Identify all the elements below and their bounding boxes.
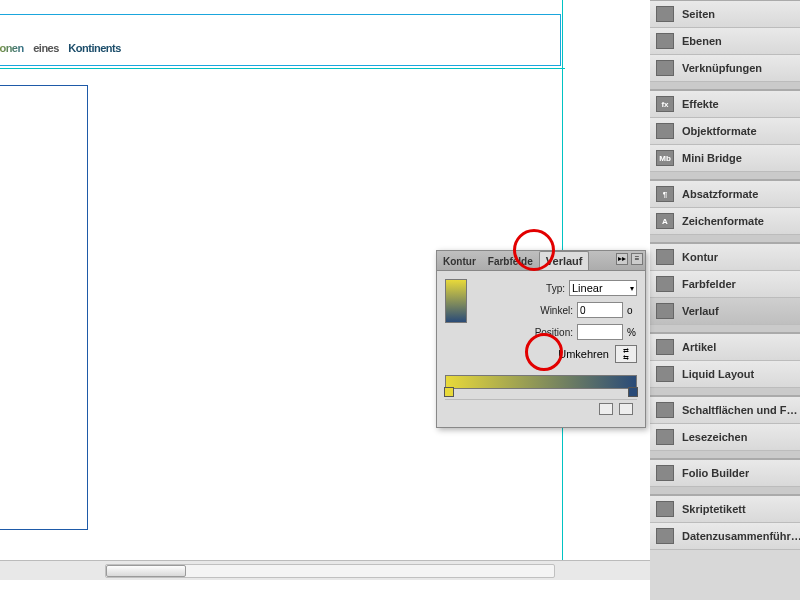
gradient-trash-icon[interactable] xyxy=(619,403,633,415)
pages-icon xyxy=(656,6,674,22)
gradient-panel-tabs: Kontur Farbfelde Verlauf ▸▸ ≡ xyxy=(437,251,645,271)
document-status-bar xyxy=(0,560,650,580)
links-icon xyxy=(656,60,674,76)
typ-label: Typ: xyxy=(546,283,565,294)
tab-verlauf[interactable]: Verlauf xyxy=(539,251,590,270)
typ-select[interactable]: Linear xyxy=(569,280,637,296)
panel-kontur[interactable]: Kontur xyxy=(650,244,800,271)
panel-ebenen[interactable]: Ebenen xyxy=(650,28,800,55)
datamerge-icon xyxy=(656,528,674,544)
winkel-input[interactable] xyxy=(577,302,623,318)
panel-verlauf[interactable]: Verlauf xyxy=(650,298,800,325)
winkel-label: Winkel: xyxy=(540,305,573,316)
panel-artikel[interactable]: Artikel xyxy=(650,334,800,361)
minibridge-icon: Mb xyxy=(656,150,674,166)
fx-icon: fx xyxy=(656,96,674,112)
script-icon xyxy=(656,501,674,517)
panel-zeichenformate[interactable]: AZeichenformate xyxy=(650,208,800,235)
panel-datenzusammen[interactable]: Datenzusammenführ… xyxy=(650,523,800,550)
panel-objektformate[interactable]: Objektformate xyxy=(650,118,800,145)
articles-icon xyxy=(656,339,674,355)
swatches-icon xyxy=(656,276,674,292)
panel-absatzformate[interactable]: ¶Absatzformate xyxy=(650,181,800,208)
winkel-unit: o xyxy=(627,305,637,316)
panel-farbfelder[interactable]: Farbfelder xyxy=(650,271,800,298)
gradient-swatch-preview[interactable] xyxy=(445,279,467,323)
liquid-icon xyxy=(656,366,674,382)
tab-farbfelder[interactable]: Farbfelde xyxy=(482,253,539,270)
headline-text-frame[interactable]: essionen eines Kontinents xyxy=(0,15,560,65)
tab-kontur[interactable]: Kontur xyxy=(437,253,482,270)
panel-effekte[interactable]: fxEffekte xyxy=(650,91,800,118)
scroll-thumb[interactable] xyxy=(106,565,186,577)
reverse-gradient-button[interactable]: ⇄⇆ xyxy=(615,345,637,363)
panel-lesezeichen[interactable]: Lesezeichen xyxy=(650,424,800,451)
gradient-icon xyxy=(656,303,674,319)
gradient-tool-icon[interactable] xyxy=(599,403,613,415)
panel-schaltflaechen[interactable]: Schaltflächen und F… xyxy=(650,397,800,424)
folio-icon xyxy=(656,465,674,481)
position-label: Position: xyxy=(535,327,573,338)
panel-dock: Seiten Ebenen Verknüpfungen fxEffekte Ob… xyxy=(650,0,800,600)
layers-icon xyxy=(656,33,674,49)
gradient-panel[interactable]: Kontur Farbfelde Verlauf ▸▸ ≡ Typ: Linea… xyxy=(436,250,646,428)
panel-skriptetikett[interactable]: Skriptetikett xyxy=(650,496,800,523)
panel-seiten[interactable]: Seiten xyxy=(650,1,800,28)
umkehren-label: Umkehren xyxy=(558,348,609,360)
empty-frame[interactable] xyxy=(0,85,88,530)
panel-minibridge[interactable]: MbMini Bridge xyxy=(650,145,800,172)
char-styles-icon: A xyxy=(656,213,674,229)
gradient-stop-left[interactable] xyxy=(444,387,454,397)
panel-liquidlayout[interactable]: Liquid Layout xyxy=(650,361,800,388)
guide-horizontal xyxy=(0,68,565,69)
panel-menu-icon[interactable]: ≡ xyxy=(631,253,643,265)
position-input[interactable] xyxy=(577,324,623,340)
gradient-ramp[interactable] xyxy=(445,375,637,389)
horizontal-scrollbar[interactable] xyxy=(105,564,555,578)
object-styles-icon xyxy=(656,123,674,139)
buttons-icon xyxy=(656,402,674,418)
headline-text: essionen eines Kontinents xyxy=(0,19,121,61)
panel-foliobuilder[interactable]: Folio Builder xyxy=(650,460,800,487)
gradient-stop-right[interactable] xyxy=(628,387,638,397)
bookmarks-icon xyxy=(656,429,674,445)
panel-verknuepfungen[interactable]: Verknüpfungen xyxy=(650,55,800,82)
stroke-icon xyxy=(656,249,674,265)
para-styles-icon: ¶ xyxy=(656,186,674,202)
position-unit: % xyxy=(627,327,637,338)
panel-collapse-icon[interactable]: ▸▸ xyxy=(616,253,628,265)
